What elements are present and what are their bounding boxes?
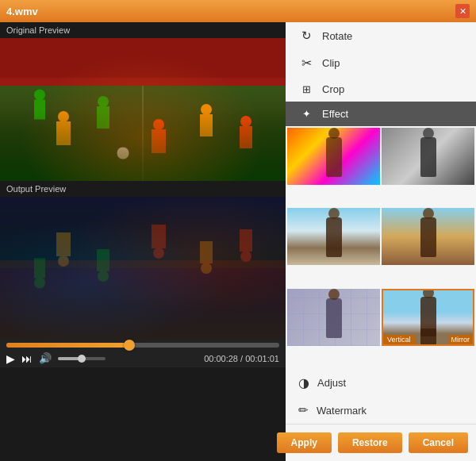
effect-mirror[interactable]: Mirror Vertical — [382, 289, 474, 346]
restore-button[interactable]: Restore — [338, 432, 402, 453]
time-total: 00:01:01 — [245, 354, 279, 363]
title-bar: 4.wmv ✕ — [0, 0, 476, 22]
time-display: 00:00:28 / 00:01:01 — [204, 354, 279, 363]
person-figure-5 — [326, 298, 342, 338]
sub-tools: ◑ Adjust ✏ Watermark — [286, 369, 476, 424]
right-panel: ↻ Rotate ✂ Clip ⊞ Crop ✦ Effect — [286, 22, 476, 461]
volume-thumb[interactable] — [78, 355, 86, 363]
effect-blue[interactable] — [287, 208, 380, 265]
left-panel: Original Preview Output Preview ▶ ⏭ 🔊 — [0, 22, 286, 461]
effect-colorful[interactable] — [287, 128, 380, 185]
output-canvas — [0, 197, 286, 340]
tool-adjust[interactable]: ◑ Adjust — [286, 369, 476, 397]
output-preview — [0, 197, 286, 340]
person-figure-2 — [420, 137, 436, 177]
original-canvas — [0, 38, 286, 181]
tool-rotate-label: Rotate — [322, 30, 352, 42]
close-button[interactable]: ✕ — [455, 4, 470, 18]
progress-track[interactable] — [6, 343, 279, 348]
progress-thumb[interactable] — [124, 340, 135, 351]
time-current: 00:00:28 — [204, 354, 238, 363]
person-figure-4 — [420, 217, 436, 257]
step-button[interactable]: ⏭ — [21, 353, 33, 364]
rotate-icon: ↻ — [298, 29, 314, 43]
main-layout: Original Preview Output Preview ▶ ⏭ 🔊 — [0, 22, 476, 461]
apply-button[interactable]: Apply — [277, 432, 332, 453]
original-preview — [0, 38, 286, 181]
original-preview-label: Original Preview — [0, 22, 286, 38]
watermark-icon: ✏ — [298, 403, 309, 417]
controls-row: ▶ ⏭ 🔊 00:00:28 / 00:01:01 — [6, 352, 279, 364]
speaker-icon: 🔊 — [39, 352, 52, 364]
person-figure-3 — [326, 217, 342, 257]
tool-watermark[interactable]: ✏ Watermark — [286, 397, 476, 424]
clip-icon: ✂ — [298, 56, 314, 71]
tool-rotate[interactable]: ↻ Rotate — [286, 22, 476, 49]
play-button[interactable]: ▶ — [6, 353, 15, 364]
tool-adjust-label: Adjust — [317, 377, 346, 389]
tool-clip-label: Clip — [322, 57, 340, 69]
tool-crop-label: Crop — [322, 83, 344, 95]
crop-icon: ⊞ — [298, 83, 314, 95]
effect-icon: ✦ — [298, 108, 314, 120]
progress-fill — [6, 343, 129, 348]
effect-vertical-badge: Vertical — [383, 335, 415, 344]
tool-effect-label: Effect — [322, 108, 348, 120]
effect-grid: Mirror Vertical — [286, 126, 476, 369]
volume-track[interactable] — [58, 357, 106, 360]
tool-effect[interactable]: ✦ Effect — [286, 102, 476, 126]
tool-watermark-label: Watermark — [317, 405, 367, 417]
output-preview-label: Output Preview — [0, 181, 286, 197]
bottom-bar: Apply Restore Cancel — [286, 424, 476, 461]
effect-grayscale[interactable] — [382, 128, 474, 185]
cancel-button[interactable]: Cancel — [409, 432, 468, 453]
person-figure-1 — [326, 137, 342, 177]
effect-mirror-label: Mirror — [448, 335, 474, 344]
adjust-icon: ◑ — [298, 375, 309, 390]
tool-clip[interactable]: ✂ Clip — [286, 49, 476, 77]
effect-grid-linen[interactable] — [287, 289, 380, 346]
tool-menu: ↻ Rotate ✂ Clip ⊞ Crop ✦ Effect — [286, 22, 476, 126]
effect-warm[interactable] — [382, 208, 474, 265]
tool-crop[interactable]: ⊞ Crop — [286, 77, 476, 102]
person-figure-6b — [420, 297, 436, 336]
controls-bar: ▶ ⏭ 🔊 00:00:28 / 00:01:01 — [0, 340, 286, 367]
window-title: 4.wmv — [6, 6, 38, 17]
